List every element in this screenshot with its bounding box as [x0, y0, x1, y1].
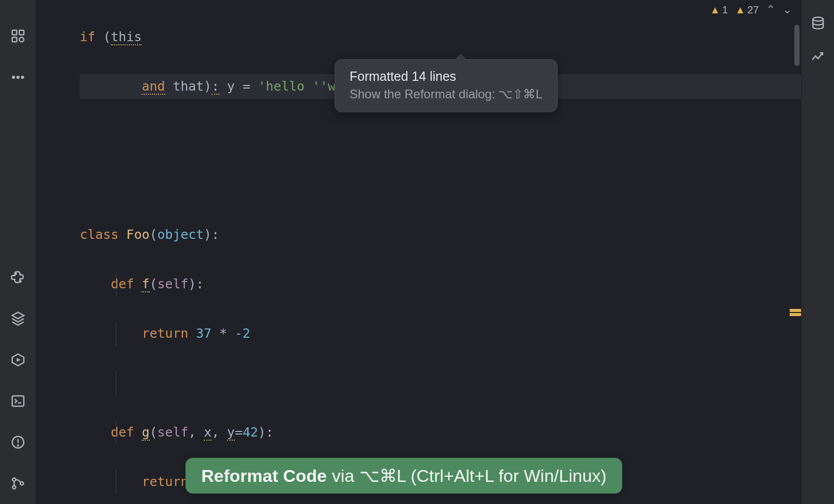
svg-rect-2 [12, 38, 16, 42]
svg-rect-0 [12, 30, 16, 35]
notification-subtitle: Show the Reformat dialog: ⌥⇧⌘L [350, 87, 543, 101]
code-line[interactable] [80, 173, 801, 198]
python-console-icon[interactable] [9, 268, 27, 287]
svg-rect-11 [12, 396, 24, 406]
hint-action: Reformat Code [201, 466, 327, 486]
reformat-notification: Formatted 14 lines Show the Reformat dia… [335, 59, 558, 112]
warning-icon: ▲ [710, 4, 720, 16]
editor: ▲ 1 ▲ 27 ⌃ ⌄ if (this and that): y = 'he… [36, 0, 801, 504]
svg-point-14 [12, 478, 15, 481]
code-line[interactable] [80, 124, 801, 148]
code-line[interactable] [80, 371, 801, 395]
terminal-icon[interactable] [9, 392, 27, 410]
scrollbar-thumb[interactable] [794, 25, 800, 66]
svg-point-5 [16, 76, 19, 79]
gutter [36, 0, 80, 504]
code-line[interactable]: def g(self, x, y=42): [80, 420, 801, 445]
code-line[interactable]: def f(self): [80, 272, 801, 297]
left-toolbar [0, 0, 36, 504]
services-icon[interactable] [9, 351, 27, 369]
warning-stripe[interactable] [790, 313, 801, 316]
next-highlight-icon[interactable]: ⌄ [783, 3, 792, 16]
svg-point-4 [12, 76, 14, 79]
svg-point-15 [12, 485, 15, 489]
warning-icon: ▲ [735, 4, 745, 16]
inspection-bar: ▲ 1 ▲ 27 ⌃ ⌄ [710, 3, 792, 16]
code-line[interactable]: return 37 * -2 [80, 321, 801, 346]
inspection-errors[interactable]: ▲ 1 [710, 4, 728, 16]
warning-stripe[interactable] [790, 309, 801, 312]
more-icon[interactable] [9, 68, 27, 86]
vcs-icon[interactable] [9, 474, 27, 493]
inspection-warning-count: 27 [748, 4, 759, 16]
svg-point-17 [813, 18, 823, 22]
svg-point-13 [18, 445, 19, 446]
svg-point-3 [19, 38, 24, 42]
svg-marker-10 [16, 358, 21, 362]
code-line[interactable]: if (this [80, 25, 801, 49]
right-toolbar [801, 0, 834, 504]
prev-highlight-icon[interactable]: ⌃ [766, 3, 775, 16]
problems-icon[interactable] [9, 433, 27, 451]
inspection-error-count: 1 [722, 4, 728, 16]
svg-point-8 [20, 281, 21, 282]
hint-shortcut: via ⌥⌘L (Ctrl+Alt+L for Win/Linux) [332, 465, 606, 486]
svg-rect-1 [19, 30, 24, 35]
scrollbar[interactable] [793, 0, 801, 504]
shortcut-hint-banner: Reformat Code via ⌥⌘L (Ctrl+Alt+L for Wi… [185, 458, 622, 494]
notification-title: Formatted 14 lines [350, 69, 543, 84]
structure-icon[interactable] [9, 27, 27, 45]
svg-point-6 [21, 76, 24, 79]
code-line[interactable]: class Foo(object): [80, 222, 801, 247]
svg-point-7 [15, 273, 16, 274]
inspection-warnings[interactable]: ▲ 27 [735, 4, 759, 16]
packages-icon[interactable] [9, 309, 27, 328]
app-root: ▲ 1 ▲ 27 ⌃ ⌄ if (this and that): y = 'he… [0, 0, 834, 504]
